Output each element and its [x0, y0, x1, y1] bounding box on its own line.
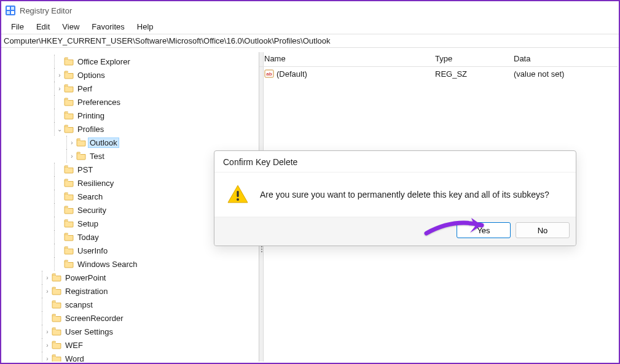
- tree-item[interactable]: ›Registration: [2, 284, 259, 298]
- regedit-icon: [5, 5, 16, 16]
- confirm-delete-dialog: Confirm Key Delete Are you sure you want…: [214, 150, 576, 246]
- col-data[interactable]: Data: [509, 52, 618, 66]
- column-headers: Name Type Data: [259, 52, 618, 67]
- tree-item[interactable]: ·ScreenRecorder: [2, 311, 259, 325]
- menubar: File Edit View Favorites Help: [1, 20, 619, 34]
- svg-point-8: [237, 198, 239, 201]
- tree-item-label: User Settings: [64, 327, 114, 336]
- chevron-right-icon[interactable]: ›: [68, 139, 76, 146]
- tree-item-label: Search: [76, 192, 104, 201]
- chevron-down-icon[interactable]: ⌄: [55, 126, 64, 133]
- svg-rect-4: [11, 11, 14, 14]
- tree-item[interactable]: ›Word: [2, 352, 259, 362]
- svg-rect-3: [7, 11, 10, 14]
- tree-item-label: PowerPoint: [64, 273, 107, 282]
- folder-icon: [64, 71, 74, 79]
- folder-icon: [64, 260, 74, 268]
- window-title: Registry Editor: [20, 6, 72, 15]
- tree-item[interactable]: ·Preferences: [2, 95, 259, 109]
- chevron-right-icon[interactable]: ›: [55, 85, 64, 92]
- tree-item-label: PST: [76, 165, 94, 174]
- dialog-message: Are you sure you want to permanently del…: [260, 190, 549, 199]
- col-type[interactable]: Type: [430, 52, 509, 66]
- tree-item[interactable]: ›Outlook: [2, 136, 259, 149]
- dialog-title: Confirm Key Delete: [214, 151, 576, 172]
- tree-item[interactable]: ›User Settings: [2, 325, 259, 338]
- tree-item[interactable]: ·Printing: [2, 109, 259, 122]
- tree-item-label: Resiliency: [76, 179, 115, 188]
- tree-item-label: Profiles: [76, 125, 105, 134]
- svg-text:ab: ab: [266, 71, 272, 77]
- folder-icon: [64, 179, 74, 187]
- folder-icon: [64, 84, 74, 93]
- folder-icon: [52, 300, 61, 309]
- col-name[interactable]: Name: [259, 52, 430, 66]
- address-path: Computer\HKEY_CURRENT_USER\Software\Micr…: [4, 36, 331, 45]
- folder-icon: [64, 246, 74, 255]
- chevron-right-icon[interactable]: ›: [43, 342, 52, 349]
- yes-button[interactable]: Yes: [457, 222, 511, 238]
- tree-item-label: Windows Search: [76, 260, 139, 269]
- folder-icon: [52, 354, 61, 362]
- tree-item[interactable]: ›Options: [2, 68, 259, 82]
- tree-item[interactable]: ·scanpst: [2, 298, 259, 311]
- tree-item[interactable]: ›WEF: [2, 338, 259, 352]
- tree-item-label: UserInfo: [76, 246, 109, 255]
- svg-rect-1: [7, 7, 10, 10]
- chevron-right-icon[interactable]: ›: [55, 72, 64, 79]
- tree-item[interactable]: ·Office Explorer: [2, 55, 259, 68]
- menu-help[interactable]: Help: [131, 21, 160, 33]
- chevron-right-icon[interactable]: ›: [68, 153, 76, 160]
- chevron-right-icon[interactable]: ›: [43, 328, 52, 335]
- folder-icon: [52, 327, 61, 336]
- folder-icon: [64, 125, 74, 133]
- tree-item-label: Setup: [76, 219, 100, 228]
- folder-icon: [76, 138, 86, 147]
- tree-item[interactable]: ›PowerPoint: [2, 271, 259, 284]
- value-name: (Default): [277, 69, 307, 79]
- tree-item-label: Word: [64, 354, 85, 362]
- folder-icon: [64, 206, 74, 214]
- folder-icon: [64, 57, 74, 66]
- tree-item-label: Perf: [76, 84, 93, 93]
- folder-icon: [52, 341, 61, 349]
- warning-icon: [227, 184, 249, 206]
- svg-rect-7: [237, 191, 238, 197]
- tree-item-label: ScreenRecorder: [64, 314, 125, 323]
- tree-item-label: Options: [76, 71, 106, 80]
- folder-icon: [52, 273, 61, 282]
- tree-item-label: scanpst: [64, 300, 94, 309]
- value-type: REG_SZ: [430, 69, 509, 79]
- address-bar[interactable]: Computer\HKEY_CURRENT_USER\Software\Micr…: [1, 34, 619, 48]
- chevron-right-icon[interactable]: ›: [43, 288, 52, 295]
- folder-icon: [52, 287, 61, 295]
- chevron-right-icon[interactable]: ›: [43, 274, 52, 281]
- folder-icon: [64, 233, 74, 241]
- string-value-icon: ab: [264, 69, 274, 79]
- tree-item-label: Today: [76, 233, 100, 242]
- tree-item[interactable]: ·Windows Search: [2, 257, 259, 271]
- tree-item-label: Test: [88, 152, 106, 161]
- folder-icon: [64, 98, 74, 106]
- tree-item-label: Outlook: [88, 138, 119, 147]
- tree-item-label: Security: [76, 206, 108, 215]
- menu-favorites[interactable]: Favorites: [85, 21, 130, 33]
- menu-file[interactable]: File: [5, 21, 30, 33]
- menu-edit[interactable]: Edit: [30, 21, 56, 33]
- dialog-button-row: Yes No: [214, 217, 576, 246]
- folder-icon: [76, 152, 86, 160]
- value-data: (value not set): [509, 69, 618, 79]
- chevron-right-icon[interactable]: ›: [43, 355, 52, 362]
- titlebar: Registry Editor: [1, 1, 619, 20]
- svg-rect-2: [11, 7, 14, 10]
- folder-icon: [64, 219, 74, 228]
- value-row[interactable]: ab(Default)REG_SZ(value not set): [259, 67, 618, 80]
- tree-item[interactable]: ⌄Profiles: [2, 122, 259, 136]
- folder-icon: [64, 165, 74, 174]
- tree-item-label: Office Explorer: [76, 57, 131, 66]
- tree-item-label: Preferences: [76, 98, 122, 107]
- tree-item-label: WEF: [64, 341, 84, 350]
- no-button[interactable]: No: [516, 222, 570, 238]
- menu-view[interactable]: View: [56, 21, 85, 33]
- tree-item[interactable]: ›Perf: [2, 82, 259, 95]
